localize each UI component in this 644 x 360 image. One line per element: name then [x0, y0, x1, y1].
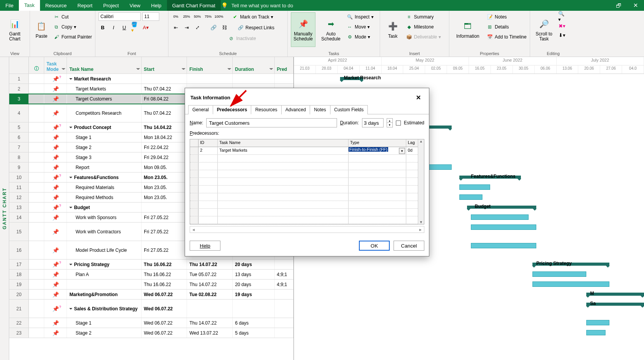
scroll-to-task-button[interactable]: 🔎 Scroll to Task [533, 12, 555, 47]
underline-button[interactable]: U [120, 23, 128, 32]
table-row[interactable]: 19📌Thu 16.06.22Thu 14.07.2220 days4;9;1 [9, 280, 294, 290]
pg-vscroll[interactable]: ▲▼ [418, 139, 424, 224]
tellme-search[interactable]: Tell me what you want to do [229, 3, 296, 8]
pg-row-id[interactable]: 2 [199, 147, 218, 154]
gantt-chart-button[interactable]: 📊 Gantt Chart [3, 12, 27, 47]
link-button[interactable]: 🔗 [209, 23, 218, 32]
type-dropdown-button[interactable]: ▼ [399, 148, 405, 154]
window-restore-button[interactable]: 🗗 [610, 0, 627, 11]
pct0-button[interactable]: 0% [172, 12, 180, 21]
dlg-duration-spinner[interactable]: ▲▼ [387, 118, 393, 127]
indent-button[interactable]: ⇥ [182, 23, 191, 32]
col-pred[interactable]: Pred [275, 57, 294, 74]
pct75-button[interactable]: 75% [204, 12, 212, 21]
gantt-row[interactable] [294, 328, 644, 338]
notes-button[interactable]: 📝Notes [486, 12, 527, 22]
task-bar[interactable] [471, 243, 536, 248]
format-painter-button[interactable]: 🖌Format Painter [53, 32, 92, 42]
pg-row-type[interactable]: Finish-to-Finish (FF) ▼ Finish-to-Start … [349, 147, 406, 154]
window-close-button[interactable]: ✕ [627, 0, 644, 11]
insert-task-button[interactable]: ➕ Task [383, 12, 402, 47]
col-start[interactable]: Start [142, 57, 187, 74]
tab-task[interactable]: Task [19, 0, 40, 11]
auto-schedule-button[interactable]: ➡ Auto Schedule [319, 12, 343, 47]
pg-head-task[interactable]: Task Name [218, 139, 349, 147]
dlg-ok-button[interactable]: OK [359, 241, 390, 251]
dlg-tab-general[interactable]: General [188, 105, 213, 114]
gantt-row[interactable] [294, 270, 644, 280]
dlg-tab-resources[interactable]: Resources [251, 105, 281, 114]
task-bar[interactable] [429, 164, 452, 170]
deliverable-button[interactable]: 📦Deliverable ▾ [405, 32, 441, 42]
gantt-row[interactable] [294, 318, 644, 328]
gantt-row[interactable]: Sa [294, 300, 644, 318]
predecessors-grid[interactable]: ID Task Name Type Lag 2 Target Markets F… [190, 139, 424, 224]
dlg-tab-custom[interactable]: Custom Fields [330, 105, 368, 114]
task-bar[interactable] [586, 330, 606, 335]
manually-schedule-button[interactable]: 📌 Manually Schedule [291, 12, 315, 47]
table-row[interactable]: 1📌Market Research [9, 74, 294, 84]
pg-hscroll[interactable]: ◄► [190, 226, 424, 233]
fill-button[interactable]: ⬇▾ [558, 31, 566, 39]
dlg-estimated-checkbox[interactable] [396, 121, 401, 126]
tab-project[interactable]: Project [98, 0, 124, 11]
task-bar[interactable] [459, 194, 482, 200]
move-button[interactable]: ↔Move ▾ [346, 22, 374, 32]
tab-help[interactable]: Help [146, 0, 167, 11]
inactivate-button[interactable]: ⊘Inactivate [228, 34, 256, 43]
add-timeline-button[interactable]: 📅Add to Timeline [486, 32, 527, 42]
dlg-cancel-button[interactable]: Cancel [394, 241, 424, 251]
inspect-button[interactable]: 🔍Inspect ▾ [346, 12, 374, 22]
respect-links-button[interactable]: 🔗Respect Links [237, 23, 274, 32]
cut-button[interactable]: ✂Cut [53, 12, 92, 22]
dlg-duration-input[interactable] [362, 118, 384, 127]
pg-head-type[interactable]: Type [349, 139, 406, 147]
paste-button[interactable]: 📋 Paste [33, 12, 50, 47]
clear-button[interactable]: ✖▾ [558, 22, 566, 30]
unlink-button[interactable]: ⛓ [220, 23, 229, 32]
tab-file[interactable]: File [0, 0, 19, 11]
copy-button[interactable]: ⧉Copy ▾ [53, 22, 92, 32]
split-button[interactable]: ⤢ [193, 23, 202, 32]
col-finish[interactable]: Finish [187, 57, 233, 74]
gantt-row[interactable]: M [294, 290, 644, 300]
task-bar[interactable] [471, 214, 529, 220]
table-row[interactable]: 17📌Pricing StrategyThu 16.06.22Thu 14.07… [9, 260, 294, 270]
col-info[interactable]: ⓘ [29, 57, 44, 74]
dialog-close-button[interactable]: ✕ [413, 92, 424, 103]
task-bar[interactable] [532, 271, 586, 277]
font-size-input[interactable] [142, 12, 159, 21]
col-name[interactable]: Task Name [67, 57, 141, 74]
font-name-input[interactable] [98, 12, 141, 21]
table-row[interactable]: 23📌Stage 2Wed 06.07.22Wed 13.07.225 days [9, 328, 294, 338]
pct100-button[interactable]: 100% [215, 12, 223, 21]
information-button[interactable]: 🗔 Information [452, 12, 483, 47]
dlg-tab-predecessors[interactable]: Predecessors [213, 105, 252, 114]
dlg-help-button[interactable]: Help [190, 241, 220, 251]
gantt-row[interactable]: Pricing Strategy [294, 260, 644, 270]
tab-report[interactable]: Report [72, 0, 98, 11]
dlg-tab-notes[interactable]: Notes [310, 105, 330, 114]
col-duration[interactable]: Duration [233, 57, 275, 74]
gantt-row[interactable]: Market Research [294, 74, 644, 84]
task-bar[interactable] [459, 184, 490, 190]
summary-button[interactable]: ≡Summary [405, 12, 441, 22]
pct50-button[interactable]: 50% [193, 12, 202, 21]
pct25-button[interactable]: 25% [182, 12, 191, 21]
summary-bar[interactable] [586, 293, 644, 296]
mode-button[interactable]: ⚙Mode ▾ [346, 32, 374, 42]
tab-view[interactable]: View [124, 0, 146, 11]
task-bar[interactable] [586, 320, 609, 325]
font-color-button[interactable]: A▾ [142, 23, 150, 32]
dlg-tab-advanced[interactable]: Advanced [281, 105, 310, 114]
tab-gantt-format[interactable]: Gantt Chart Format [167, 0, 221, 11]
tab-resource[interactable]: Resource [40, 0, 72, 11]
task-bar[interactable] [532, 281, 609, 287]
outdent-button[interactable]: ⇤ [172, 23, 180, 32]
bold-button[interactable]: B [98, 23, 107, 32]
task-bar[interactable] [471, 224, 536, 230]
fill-color-button[interactable]: 🪣▾ [131, 23, 139, 32]
milestone-button[interactable]: ◆Milestone [405, 22, 441, 32]
pg-row-task[interactable]: Target Markets [218, 147, 349, 154]
gantt-row[interactable] [294, 280, 644, 290]
